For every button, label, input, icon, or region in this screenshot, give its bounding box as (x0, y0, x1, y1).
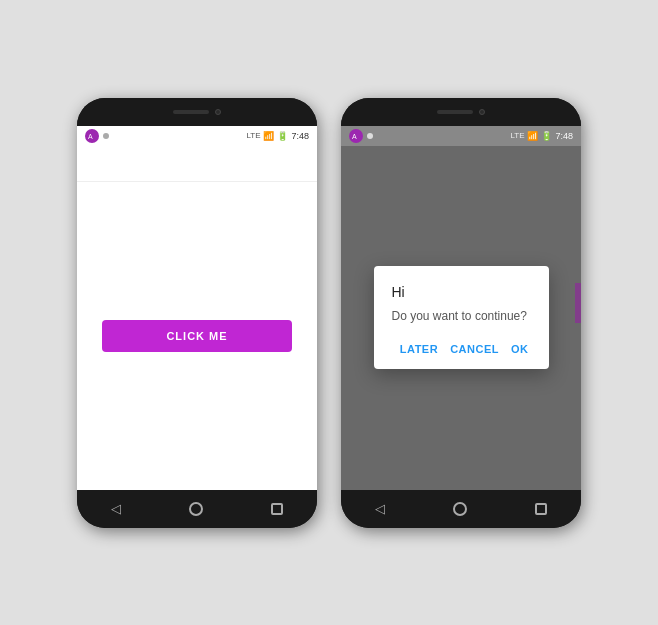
recents-button-1[interactable] (271, 503, 283, 515)
back-icon-1: ◁ (111, 501, 121, 516)
status-bar-right-1: LTE 📶 🔋 7:48 (246, 131, 309, 141)
dialog-box: Hi Do you want to continue? LATER CANCEL… (374, 266, 549, 369)
status-bar-2: A LTE 📶 🔋 7:48 (341, 126, 581, 146)
nav-bar-1: ◁ (77, 490, 317, 528)
signal-bars-1: 📶 (263, 131, 274, 141)
speaker-1 (173, 110, 209, 114)
status-bar-1: A LTE 📶 🔋 7:48 (77, 126, 317, 146)
screen-2: A LTE 📶 🔋 7:48 Hi (341, 126, 581, 490)
time-1: 7:48 (291, 131, 309, 141)
status-bar-left-1: A (85, 129, 109, 143)
app-content-1: CLICK ME (77, 182, 317, 490)
svg-text:A: A (352, 133, 357, 140)
phone-top-bar-1 (77, 98, 317, 126)
svg-text:A: A (88, 133, 93, 140)
signal-2: LTE (510, 131, 524, 140)
battery-2: 🔋 (541, 131, 552, 141)
battery-1: 🔋 (277, 131, 288, 141)
notification-dot-2 (367, 133, 373, 139)
screen-1: A LTE 📶 🔋 7:48 CLICK ME (77, 126, 317, 490)
nav-bar-2: ◁ (341, 490, 581, 528)
home-button-2[interactable] (453, 502, 467, 516)
back-button-1[interactable]: ◁ (111, 501, 121, 516)
app-icon-2: A (349, 129, 363, 143)
dialog-overlay: Hi Do you want to continue? LATER CANCEL… (341, 146, 581, 490)
camera-2 (479, 109, 485, 115)
camera-1 (215, 109, 221, 115)
dialog-later-button[interactable]: LATER (398, 339, 440, 359)
time-2: 7:48 (555, 131, 573, 141)
dialog-ok-button[interactable]: OK (509, 339, 531, 359)
signal-bars-2: 📶 (527, 131, 538, 141)
phone-top-bar-2 (341, 98, 581, 126)
status-bar-left-2: A (349, 129, 373, 143)
phones-container: A LTE 📶 🔋 7:48 CLICK ME ◁ (77, 98, 581, 528)
dialog-actions: LATER CANCEL OK (392, 339, 531, 359)
recents-button-2[interactable] (535, 503, 547, 515)
home-button-1[interactable] (189, 502, 203, 516)
phone-2: A LTE 📶 🔋 7:48 Hi (341, 98, 581, 528)
app-icon-1: A (85, 129, 99, 143)
phone-1: A LTE 📶 🔋 7:48 CLICK ME ◁ (77, 98, 317, 528)
speaker-2 (437, 110, 473, 114)
dialog-title: Hi (392, 284, 531, 300)
click-me-button[interactable]: CLICK ME (102, 320, 292, 352)
back-button-2[interactable]: ◁ (375, 501, 385, 516)
status-bar-right-2: LTE 📶 🔋 7:48 (510, 131, 573, 141)
dimmed-bg: Hi Do you want to continue? LATER CANCEL… (341, 146, 581, 490)
dialog-cancel-button[interactable]: CANCEL (448, 339, 501, 359)
signal-1: LTE (246, 131, 260, 140)
notification-dot-1 (103, 133, 109, 139)
dialog-message: Do you want to continue? (392, 308, 531, 325)
toolbar-1 (77, 146, 317, 182)
back-icon-2: ◁ (375, 501, 385, 516)
